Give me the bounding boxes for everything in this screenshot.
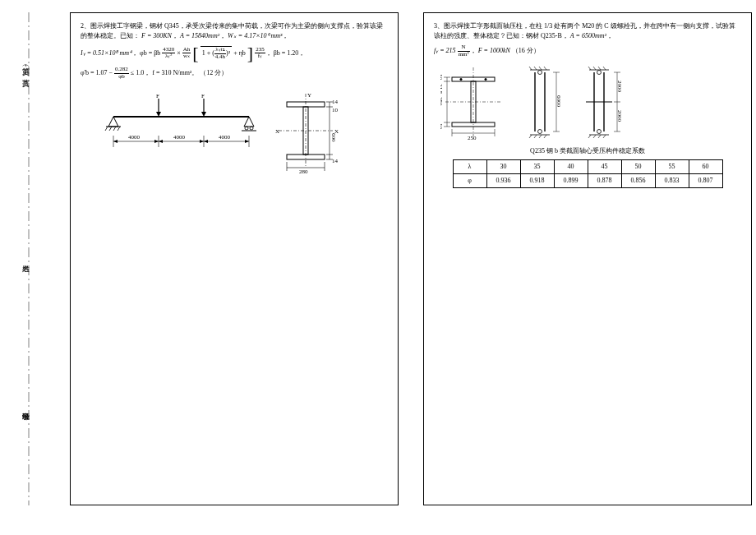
svg-line-58 [544, 135, 546, 138]
svg-line-56 [534, 135, 537, 138]
lambda-6: 60 [689, 160, 722, 174]
frac3-d: fᵧ [255, 53, 265, 60]
span3: 4000 [219, 134, 231, 141]
stability-coeff-table: λ 30 35 40 45 50 55 60 φ 0.936 0.918 0.8… [453, 159, 723, 188]
phi-4: 0.856 [621, 174, 655, 188]
phi-1: 0.918 [520, 174, 554, 188]
phi-label: φ [453, 174, 486, 188]
span2: 4000 [173, 134, 186, 141]
q2-A: A = 15840mm² [180, 32, 219, 39]
col-total: 6000 [555, 95, 562, 108]
svg-line-4 [109, 127, 112, 131]
le1: ≤ 1.0 [131, 69, 144, 76]
col-lower: 2000 [616, 110, 623, 122]
q3-tf-bot: 10 [440, 123, 444, 130]
phi-b-prefix: φb = βb [140, 49, 160, 57]
phi-3: 0.878 [588, 174, 621, 188]
svg-point-34 [485, 78, 487, 81]
q3-w: 250 [468, 135, 477, 141]
binding-margin: （第 页， 共 页） 姓名 班级学号 [12, 12, 45, 505]
svg-line-68 [598, 67, 601, 70]
lambda-0: 30 [486, 160, 520, 174]
phi-6: 0.807 [689, 174, 722, 188]
frac1-d: λᵧ² [162, 53, 175, 60]
gap-10: 10 [332, 107, 339, 113]
table-row: φ 0.936 0.918 0.899 0.878 0.856 0.833 0.… [453, 174, 722, 188]
svg-line-74 [593, 135, 596, 138]
frac2-d: wₓ [182, 53, 191, 60]
svg-line-6 [118, 127, 120, 131]
axis-x-left: X [275, 128, 279, 135]
tf-bot: 14 [332, 158, 339, 164]
column-diagram-2: 2000 2000 [579, 66, 633, 141]
q2-F: F = 300KN [141, 32, 172, 39]
svg-point-53 [538, 130, 542, 134]
svg-point-8 [250, 127, 253, 130]
q3-text: 3、图示焊接工字形截面轴压柱，在柱 1/3 处有两个 M20 的 C 级螺栓孔，… [434, 21, 741, 41]
svg-line-69 [603, 67, 606, 70]
svg-line-51 [539, 67, 542, 70]
page-right: 3、图示焊接工字形截面轴压柱，在柱 1/3 处有两个 M20 的 C 级螺栓孔，… [423, 12, 752, 505]
table-row: λ 30 35 40 45 50 55 60 [453, 160, 722, 174]
load-F1: F [156, 93, 159, 99]
column-diagram-1: 6000 [520, 66, 569, 141]
lambda-2: 40 [554, 160, 588, 174]
web-h: 600 [330, 133, 337, 142]
lambda-3: 45 [588, 160, 621, 174]
q3-section: 250 10 21.5 250 10 [440, 66, 510, 141]
svg-line-3 [105, 127, 108, 131]
svg-line-67 [593, 67, 596, 70]
lambda-label: λ [453, 160, 486, 174]
svg-point-47 [538, 71, 542, 75]
beam-diagram: F F 4000 4000 [101, 92, 257, 162]
svg-line-66 [588, 67, 591, 70]
q3-tf-top: 10 [440, 74, 444, 81]
flange-w: 280 [299, 168, 308, 174]
inside-d: 4.4h [214, 54, 226, 61]
svg-point-33 [460, 78, 463, 81]
q2-points: （12 分） [200, 69, 228, 76]
page-number-label: （第 页， 共 页） [21, 62, 31, 75]
col-upper: 2000 [616, 81, 623, 93]
svg-line-5 [113, 127, 116, 131]
tf-top: 14 [332, 99, 339, 105]
svg-line-55 [529, 135, 532, 138]
q2-Iy: Iᵧ = 0.51×10⁸ mm⁴ [81, 49, 131, 57]
lambda-4: 50 [621, 160, 655, 174]
times: × [177, 49, 181, 57]
q2-formula-line2: φ'b = 1.07 − 0.282φb ≤ 1.0， f = 310 N/mm… [81, 67, 388, 80]
svg-point-64 [597, 71, 602, 75]
svg-line-75 [598, 135, 601, 138]
q3-A: A = 6500mm² [570, 32, 606, 39]
binding-line [12, 12, 45, 505]
page-left: 2、图示焊接工字钢梁，钢材 Q345，承受次梁传来的集中荷载，次梁可作为主梁的侧… [70, 12, 399, 505]
q2-text: 2、图示焊接工字钢梁，钢材 Q345，承受次梁传来的集中荷载，次梁可作为主梁的侧… [81, 21, 388, 41]
svg-line-50 [534, 67, 537, 70]
q3-gap: 21.5 [440, 84, 444, 95]
frac4-d: φb [114, 74, 129, 81]
svg-line-76 [603, 135, 606, 138]
F-label: F = 1000kN [478, 47, 510, 54]
svg-line-49 [529, 67, 532, 70]
eta: + ηb [233, 49, 246, 57]
svg-point-71 [597, 130, 602, 134]
q3-points: （16 分） [512, 47, 540, 54]
lambda-5: 55 [655, 160, 689, 174]
axis-y-top: Y [307, 92, 311, 99]
phi-2: 0.899 [554, 174, 588, 188]
table-caption: Q235 钢 b 类截面轴心受压构件稳定系数 [434, 146, 741, 156]
phi-0: 0.936 [486, 174, 520, 188]
f-val: f = 310 N/mm² [152, 69, 191, 76]
svg-line-52 [544, 67, 546, 70]
q3-h: 250 [440, 97, 444, 106]
phi-5: 0.833 [655, 174, 689, 188]
lambda-1: 35 [520, 160, 554, 174]
beta: βb = 1.20 [274, 49, 299, 57]
svg-point-7 [245, 127, 248, 130]
q3-line2: fᵧ = 215 Nmm²， F = 1000kN （16 分） [434, 44, 741, 58]
span1: 4000 [128, 134, 141, 141]
q2-Wx: Wₓ = 4.17×10⁶ mm³ [228, 32, 282, 39]
fy-label: fᵧ = 215 [434, 47, 456, 54]
svg-line-73 [588, 135, 591, 138]
load-F2: F [201, 93, 205, 99]
